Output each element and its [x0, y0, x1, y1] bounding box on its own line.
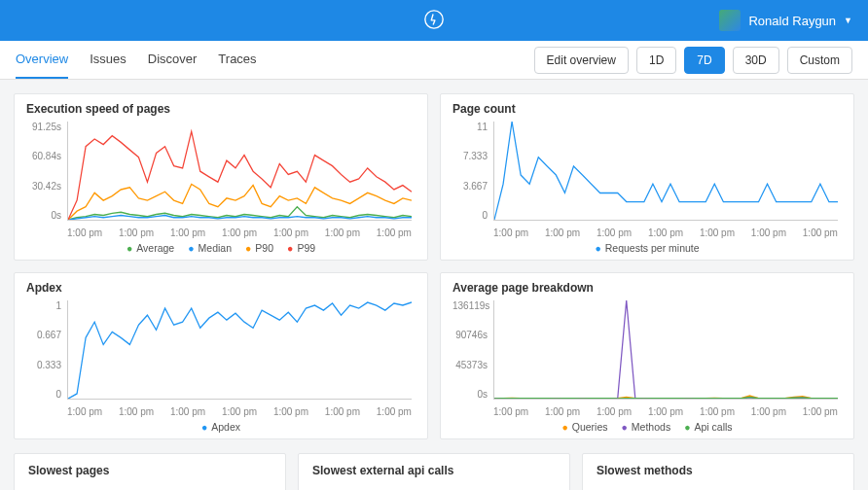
- range-7d-button[interactable]: 7D: [684, 47, 724, 74]
- tab-traces[interactable]: Traces: [218, 41, 256, 79]
- range-custom-button[interactable]: Custom: [787, 47, 852, 74]
- range-1d-button[interactable]: 1D: [636, 47, 676, 74]
- legend: Apdex: [26, 421, 416, 433]
- legend-average: Average: [127, 242, 174, 254]
- legend: Requests per minute: [452, 242, 842, 254]
- nav-tabs: Overview Issues Discover Traces: [16, 41, 257, 79]
- legend-api: Api calls: [684, 421, 732, 433]
- header-bar: Ronald Raygun ▼: [0, 0, 868, 41]
- chart-breakdown: 136119s90746s45373s0s1:00 pm1:00 pm1:00 …: [452, 300, 842, 417]
- chevron-down-icon: ▼: [844, 16, 852, 25]
- card-title: Apdex: [26, 281, 416, 295]
- tab-discover[interactable]: Discover: [148, 41, 198, 79]
- table-title: Slowest methods: [597, 464, 840, 477]
- card-execution-speed: Execution speed of pages 91.25s60.84s30.…: [14, 93, 428, 261]
- svg-point-0: [425, 10, 443, 27]
- range-controls: Edit overview 1D 7D 30D Custom: [534, 47, 852, 74]
- avatar: [719, 10, 741, 31]
- legend: Average Median P90 P99: [26, 242, 416, 254]
- card-page-count: Page count 117.3333.66701:00 pm1:00 pm1:…: [440, 93, 854, 261]
- chart-page-count: 117.3333.66701:00 pm1:00 pm1:00 pm1:00 p…: [452, 122, 842, 238]
- card-apdex: Apdex 10.6670.33301:00 pm1:00 pm1:00 pm1…: [14, 272, 428, 439]
- legend-p99: P99: [287, 242, 315, 254]
- chart-execution-speed: 91.25s60.84s30.42s0s1:00 pm1:00 pm1:00 p…: [26, 122, 416, 238]
- legend-queries: Queries: [561, 421, 607, 433]
- legend-median: Median: [188, 242, 232, 254]
- user-menu[interactable]: Ronald Raygun ▼: [719, 10, 852, 31]
- card-breakdown: Average page breakdown 136119s90746s4537…: [440, 272, 854, 439]
- table-title: Slowest external api calls: [312, 464, 556, 477]
- legend-p90: P90: [245, 242, 273, 254]
- edit-overview-button[interactable]: Edit overview: [534, 47, 629, 74]
- legend-apdex: Apdex: [201, 421, 240, 433]
- card-slowest-pages: Slowest pages Request URL Average durati…: [14, 453, 286, 490]
- tab-issues[interactable]: Issues: [90, 41, 127, 79]
- card-slowest-api: Slowest external api calls URL Average d…: [298, 453, 570, 490]
- logo-icon: [423, 9, 445, 33]
- legend-rpm: Requests per minute: [595, 242, 699, 254]
- card-title: Execution speed of pages: [26, 102, 416, 116]
- card-title: Average page breakdown: [452, 281, 842, 295]
- card-slowest-methods: Slowest methods Name Average duration Mi…: [582, 453, 854, 490]
- card-title: Page count: [452, 102, 842, 116]
- legend-methods: Methods: [622, 421, 671, 433]
- tab-overview[interactable]: Overview: [16, 41, 68, 79]
- subheader: Overview Issues Discover Traces Edit ove…: [0, 41, 868, 80]
- table-title: Slowest pages: [28, 464, 271, 477]
- user-name: Ronald Raygun: [748, 14, 836, 28]
- range-30d-button[interactable]: 30D: [733, 47, 779, 74]
- chart-apdex: 10.6670.33301:00 pm1:00 pm1:00 pm1:00 pm…: [26, 300, 416, 417]
- legend: Queries Methods Api calls: [452, 421, 842, 433]
